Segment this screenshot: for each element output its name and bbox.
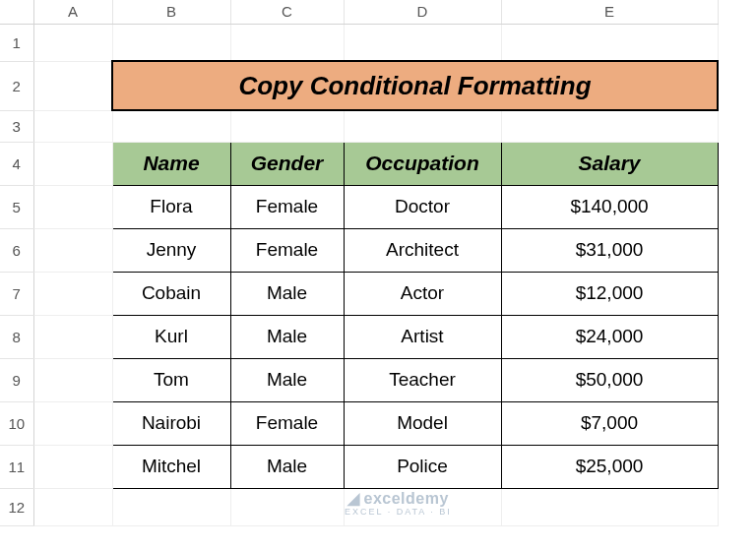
header-salary[interactable]: Salary	[501, 142, 718, 185]
table-row[interactable]: Cobain	[112, 272, 230, 315]
cell-B3[interactable]	[112, 110, 230, 142]
table-row[interactable]: Male	[230, 358, 344, 401]
cell-A6[interactable]	[33, 228, 112, 272]
cell-A10[interactable]	[33, 401, 112, 445]
cell-A11[interactable]	[33, 445, 112, 488]
cell-A9[interactable]	[33, 358, 112, 401]
cell-E1[interactable]	[501, 24, 718, 61]
table-row[interactable]: Male	[230, 445, 344, 488]
cell-D1[interactable]	[344, 24, 501, 61]
col-header-B[interactable]: B	[112, 0, 230, 24]
table-row[interactable]: Jenny	[112, 228, 230, 272]
table-row[interactable]: Doctor	[344, 185, 501, 228]
table-row[interactable]: $25,000	[501, 445, 718, 488]
table-row[interactable]: $12,000	[501, 272, 718, 315]
row-header-2[interactable]: 2	[0, 61, 33, 110]
cell-A2[interactable]	[33, 61, 112, 110]
table-row[interactable]: Teacher	[344, 358, 501, 401]
cell-A12[interactable]	[33, 488, 112, 525]
cell-A4[interactable]	[33, 142, 112, 185]
row-header-6[interactable]: 6	[0, 228, 33, 272]
row-header-9[interactable]: 9	[0, 358, 33, 401]
table-row[interactable]: Nairobi	[112, 401, 230, 445]
table-row[interactable]: $140,000	[501, 185, 718, 228]
table-row[interactable]: $50,000	[501, 358, 718, 401]
cell-A1[interactable]	[33, 24, 112, 61]
col-header-A[interactable]: A	[33, 0, 112, 24]
table-row[interactable]: Police	[344, 445, 501, 488]
row-header-1[interactable]: 1	[0, 24, 33, 61]
cell-A5[interactable]	[33, 185, 112, 228]
row-header-10[interactable]: 10	[0, 401, 33, 445]
row-header-7[interactable]: 7	[0, 272, 33, 315]
cell-B1[interactable]	[112, 24, 230, 61]
table-row[interactable]: $24,000	[501, 315, 718, 358]
table-row[interactable]: Model	[344, 401, 501, 445]
header-occupation[interactable]: Occupation	[344, 142, 501, 185]
table-row[interactable]: Artist	[344, 315, 501, 358]
header-gender[interactable]: Gender	[230, 142, 344, 185]
cell-A8[interactable]	[33, 315, 112, 358]
spreadsheet-grid[interactable]: A B C D E 1 2 Copy Conditional Formattin…	[0, 0, 719, 526]
title-cell[interactable]: Copy Conditional Formatting	[112, 61, 718, 110]
table-row[interactable]: Mitchel	[112, 445, 230, 488]
cell-E12[interactable]	[501, 488, 718, 525]
table-row[interactable]: Architect	[344, 228, 501, 272]
table-row[interactable]: $31,000	[501, 228, 718, 272]
cell-D3[interactable]	[344, 110, 501, 142]
cell-C12[interactable]	[230, 488, 344, 525]
table-row[interactable]: Female	[230, 401, 344, 445]
cell-B12[interactable]	[112, 488, 230, 525]
col-header-D[interactable]: D	[344, 0, 501, 24]
row-header-3[interactable]: 3	[0, 110, 33, 142]
table-row[interactable]: Flora	[112, 185, 230, 228]
table-row[interactable]: Male	[230, 315, 344, 358]
row-header-4[interactable]: 4	[0, 142, 33, 185]
table-row[interactable]: $7,000	[501, 401, 718, 445]
table-row[interactable]: Female	[230, 228, 344, 272]
row-header-8[interactable]: 8	[0, 315, 33, 358]
table-row[interactable]: Tom	[112, 358, 230, 401]
cell-C1[interactable]	[230, 24, 344, 61]
cell-C3[interactable]	[230, 110, 344, 142]
cell-A7[interactable]	[33, 272, 112, 315]
table-row[interactable]: Actor	[344, 272, 501, 315]
cell-E3[interactable]	[501, 110, 718, 142]
table-row[interactable]: Kurl	[112, 315, 230, 358]
cell-D12[interactable]	[344, 488, 501, 525]
row-header-5[interactable]: 5	[0, 185, 33, 228]
cell-A3[interactable]	[33, 110, 112, 142]
table-row[interactable]: Female	[230, 185, 344, 228]
table-row[interactable]: Male	[230, 272, 344, 315]
select-all-corner[interactable]	[0, 0, 33, 24]
row-header-12[interactable]: 12	[0, 488, 33, 525]
col-header-E[interactable]: E	[501, 0, 718, 24]
header-name[interactable]: Name	[112, 142, 230, 185]
col-header-C[interactable]: C	[230, 0, 344, 24]
row-header-11[interactable]: 11	[0, 445, 33, 488]
